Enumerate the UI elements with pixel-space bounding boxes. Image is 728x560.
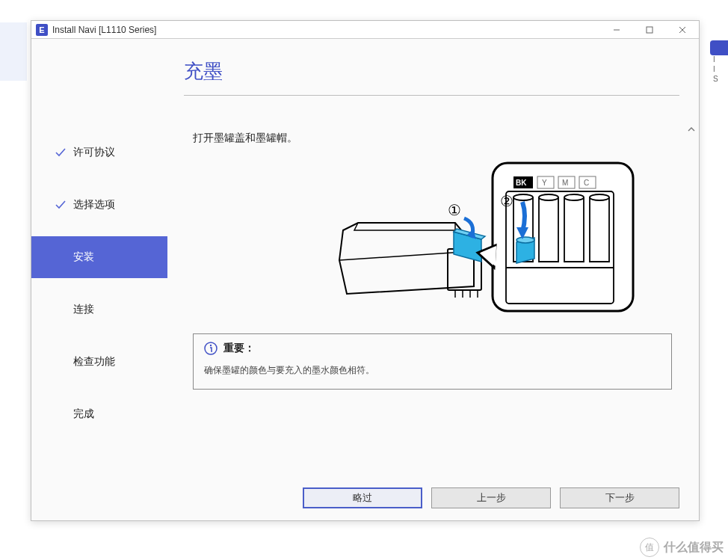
check-icon: [54, 146, 67, 159]
step-connect: 连接: [31, 289, 184, 330]
app-icon: E: [36, 24, 48, 36]
printer-diagram: ① BK Y M: [223, 156, 642, 320]
watermark: 值 什么值得买: [640, 538, 724, 557]
step-label: 许可协议: [73, 146, 115, 159]
background-stripe: [0, 22, 27, 81]
scroll-up-icon[interactable]: [687, 126, 696, 135]
close-button[interactable]: [666, 21, 699, 38]
svg-point-28: [210, 345, 212, 346]
svg-rect-1: [647, 27, 653, 33]
svg-text:C: C: [584, 179, 589, 187]
svg-point-25: [516, 237, 534, 243]
installer-window: E Install Navi [L1110 Series] 充墨 许可协议: [31, 20, 700, 521]
step2-marker: ②: [500, 193, 513, 209]
window-title: Install Navi [L1110 Series]: [52, 25, 156, 35]
svg-point-27: [205, 342, 217, 354]
watermark-badge: 值: [640, 538, 659, 557]
step-label: 检查功能: [73, 355, 115, 369]
step-finish: 完成: [31, 393, 184, 435]
step-options: 选择选项: [31, 184, 184, 226]
important-box: 重要： 确保墨罐的颜色与要充入的墨水颜色相符。: [193, 333, 672, 390]
svg-text:BK: BK: [516, 179, 527, 187]
step-label: 安装: [73, 250, 94, 264]
step-label: 选择选项: [73, 198, 115, 212]
steps-sidebar: 许可协议 选择选项 安装 连接 检查功能 完成: [31, 58, 184, 520]
step-license: 许可协议: [31, 132, 184, 173]
back-button[interactable]: 上一步: [431, 487, 551, 508]
maximize-button[interactable]: [633, 21, 666, 38]
instruction-text: 打开墨罐盖和墨罐帽。: [193, 132, 672, 145]
step-label: 连接: [73, 303, 94, 316]
step1-marker: ①: [448, 202, 461, 218]
minimize-button[interactable]: [600, 21, 633, 38]
sidebar-peek: I I S: [710, 40, 728, 75]
important-body: 确保墨罐的颜色与要充入的墨水颜色相符。: [204, 364, 661, 377]
titlebar: E Install Navi [L1110 Series]: [31, 21, 699, 39]
important-heading: 重要：: [223, 342, 255, 355]
svg-text:Y: Y: [542, 179, 547, 187]
next-button[interactable]: 下一步: [560, 487, 679, 508]
check-icon: [54, 198, 67, 212]
skip-button[interactable]: 略过: [303, 487, 422, 508]
step-install: 安装: [31, 236, 167, 278]
watermark-text: 什么值得买: [664, 540, 724, 556]
step-check: 检查功能: [31, 341, 184, 383]
step-label: 完成: [73, 407, 94, 421]
svg-text:M: M: [562, 179, 568, 187]
info-icon: [204, 342, 218, 355]
scrollbar[interactable]: [686, 126, 697, 135]
